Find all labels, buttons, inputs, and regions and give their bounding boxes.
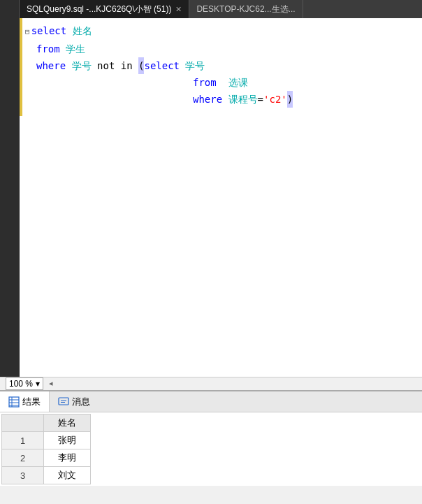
tab-sqlquery9-label: SQLQuery9.sql -...KJC626Q\小智 (51)) <box>27 3 171 15</box>
row-number: 2 <box>2 449 44 467</box>
keyword-where-1: where <box>36 57 66 74</box>
svg-rect-5 <box>59 398 68 405</box>
tab-desktop-label: DESKTOP-KJC62...生选... <box>196 3 295 15</box>
string-c2: 'c2' <box>263 91 287 108</box>
results-table-container: 姓名 1张明2李明3刘文 <box>0 412 422 486</box>
status-bar: 100 % ▾ ◂ <box>0 377 422 390</box>
field-xuehao-1: 学号 <box>72 57 92 74</box>
row-number: 3 <box>2 467 44 484</box>
yellow-bar <box>20 18 22 116</box>
scroll-left-icon[interactable]: ◂ <box>49 379 53 388</box>
code-content: ⊟select 姓名 from 学生 where 学号 not in (sele… <box>20 18 422 377</box>
tab-messages-label: 消息 <box>72 396 90 408</box>
not-in-text: not in <box>92 57 138 74</box>
message-icon <box>58 396 69 408</box>
results-tabs: 结果 消息 <box>0 391 422 412</box>
table-xuesheng: 学生 <box>66 41 85 57</box>
close-icon[interactable]: ✕ <box>175 5 182 14</box>
code-line-2: from 学生 <box>20 41 422 57</box>
tab-results-label: 结果 <box>22 396 41 408</box>
row-cell: 李明 <box>44 449 91 467</box>
table-xuanke: 选课 <box>228 74 248 91</box>
code-line-4: from 选课 <box>20 74 422 91</box>
main-container: ⊟select 姓名 from 学生 where 学号 not in (sele… <box>0 18 422 377</box>
paren-close: ) <box>287 91 293 108</box>
col-rownum-header <box>2 415 44 432</box>
table-row: 2李明 <box>2 449 91 467</box>
code-line-1: ⊟select 姓名 <box>20 22 422 41</box>
table-row: 1张明 <box>2 432 91 449</box>
code-line-3: where 学号 not in (select 学号 <box>20 57 422 74</box>
keyword-from-1: from <box>36 41 60 57</box>
editor-wrapper: ⊟select 姓名 from 学生 where 学号 not in (sele… <box>0 18 422 486</box>
field-xingming-1: 姓名 <box>73 22 92 39</box>
field-xuehao-2: 学号 <box>185 57 205 74</box>
keyword-select: select <box>31 22 67 39</box>
col-xingming-header: 姓名 <box>44 415 91 432</box>
sidebar <box>0 18 20 377</box>
table-row: 3刘文 <box>2 467 91 484</box>
tab-bar: SQLQuery9.sql -...KJC626Q\小智 (51)) ✕ DES… <box>0 0 422 18</box>
collapse-icon[interactable]: ⊟ <box>25 24 30 41</box>
field-kechengno: 课程号 <box>228 91 258 108</box>
row-cell: 刘文 <box>44 467 91 484</box>
row-cell: 张明 <box>44 432 91 449</box>
results-table: 姓名 1张明2李明3刘文 <box>1 414 91 484</box>
zoom-value: 100 % <box>9 379 33 389</box>
table-icon <box>8 396 20 408</box>
editor-area[interactable]: ⊟select 姓名 from 学生 where 学号 not in (sele… <box>20 18 422 377</box>
row-number: 1 <box>2 432 44 449</box>
tab-results[interactable]: 结果 <box>0 391 50 412</box>
tab-desktop[interactable]: DESKTOP-KJC62...生选... <box>189 0 303 18</box>
code-line-5: where 课程号='c2') <box>20 91 422 108</box>
zoom-dropdown[interactable]: 100 % ▾ <box>6 377 43 390</box>
keyword-select-2: select <box>144 57 180 74</box>
tab-sqlquery9[interactable]: SQLQuery9.sql -...KJC626Q\小智 (51)) ✕ <box>20 0 189 18</box>
tab-left-edge <box>0 0 20 18</box>
zoom-dropdown-arrow[interactable]: ▾ <box>36 379 40 389</box>
zoom-control[interactable]: 100 % ▾ ◂ <box>6 377 53 390</box>
results-panel: 结果 消息 姓名 <box>0 390 422 486</box>
equals-sign: = <box>258 91 263 108</box>
tab-messages[interactable]: 消息 <box>50 391 99 412</box>
paren-open: ( <box>138 57 144 74</box>
keyword-from-2: from <box>193 74 217 91</box>
keyword-where-2: where <box>193 91 222 108</box>
